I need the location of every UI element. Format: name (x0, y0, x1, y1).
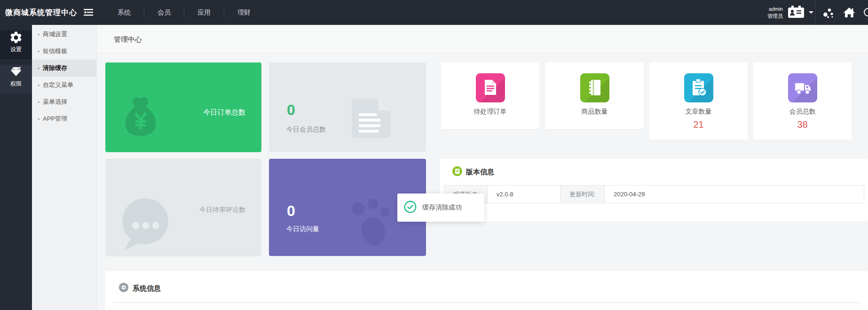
clipboard-check-icon (684, 73, 713, 102)
update-time-label: 更新时间: (560, 186, 605, 203)
stat-label: 今日订单总数 (203, 108, 245, 117)
money-bag-icon (118, 94, 163, 140)
app-root: 微商城系统管理中心 系统 会员 应用 理财 admin 管理员 (0, 0, 868, 310)
submenu-item-menu-select[interactable]: 菜单选择 (32, 93, 96, 110)
order-document-icon (476, 73, 505, 102)
paw-icon (347, 196, 396, 256)
sidebar-toggle-icon[interactable] (84, 8, 93, 16)
id-card-icon (788, 5, 805, 20)
submenu-item-shop-settings[interactable]: 商城设置 (32, 26, 96, 43)
user-name: admin (767, 6, 783, 13)
chevron-down-icon (809, 11, 813, 14)
update-time-value: 2020-04-29 (605, 186, 864, 203)
system-panel-title: 系统信息 (133, 284, 161, 293)
stat-card-today-members: 0 今日会员总数 (269, 62, 426, 152)
submenu-item-app-manage[interactable]: APP管理 (32, 110, 96, 127)
diamond-icon (9, 65, 23, 79)
stat-label: 今日待审评论数 (199, 206, 245, 214)
nav-item-finance[interactable]: 理财 (224, 0, 264, 25)
notebook-icon (580, 73, 609, 102)
gear-icon (9, 31, 23, 45)
share-network-icon[interactable] (822, 7, 834, 19)
document-icon (352, 99, 390, 140)
shortcut-card-member-total[interactable]: 会员总数 38 (753, 62, 852, 140)
edge-circle-icon[interactable] (864, 8, 868, 16)
version-panel-title: 版本信息 (466, 168, 494, 177)
user-menu[interactable]: admin 管理员 (767, 0, 813, 25)
nav-item-system[interactable]: 系统 (104, 0, 144, 25)
app-logo[interactable]: 微商城系统管理中心 (5, 0, 77, 25)
sidebar-rail: 设置 权限 (0, 25, 32, 310)
page-title: 管理中心 (114, 25, 142, 54)
topbar-divider (815, 0, 815, 25)
shortcut-card-pending-orders[interactable]: 待处理订单 (441, 62, 539, 129)
main-nav: 系统 会员 应用 理财 (104, 0, 264, 25)
shortcut-label: 文章数量 (649, 108, 748, 116)
shortcut-label: 商品数量 (545, 108, 644, 116)
check-circle-icon (404, 201, 417, 215)
page-header: 管理中心 (97, 25, 868, 54)
stat-value: 0 (287, 101, 295, 119)
stat-value: 0 (287, 202, 295, 220)
shortcut-label: 待处理订单 (441, 108, 539, 116)
stat-card-today-orders: 今日订单总数 (105, 62, 261, 152)
toast-message: 缓存清除成功 (422, 203, 462, 212)
shortcut-value: 38 (753, 119, 852, 130)
system-gear-icon (118, 282, 129, 294)
divider (113, 302, 860, 303)
version-doc-icon (452, 166, 462, 178)
stat-label: 今日访问量 (286, 225, 319, 233)
shortcut-label: 会员总数 (753, 108, 852, 116)
submenu-item-clear-cache[interactable]: 清除缓存 (32, 60, 96, 77)
chat-bubble-icon (118, 195, 171, 256)
version-panel: 版本信息 程序版本: v2.0.8 更新时间: 2020-04-29 (440, 159, 868, 221)
home-icon[interactable] (843, 7, 855, 19)
sidebar-item-label: 设置 (0, 46, 32, 59)
shortcut-card-article-count[interactable]: 文章数量 21 (649, 62, 748, 140)
stat-label: 今日会员总数 (286, 125, 326, 134)
shortcut-value: 21 (649, 119, 748, 130)
version-table: 程序版本: v2.0.8 更新时间: 2020-04-29 (444, 185, 864, 203)
version-field-value: v2.0.8 (488, 186, 560, 203)
nav-item-application[interactable]: 应用 (184, 0, 224, 25)
shortcut-card-product-count[interactable]: 商品数量 (545, 62, 644, 129)
truck-icon (788, 73, 817, 102)
submenu-item-sms-template[interactable]: 短信模板 (32, 43, 96, 60)
sidebar-item-label: 权限 (0, 80, 32, 93)
nav-item-member[interactable]: 会员 (144, 0, 184, 25)
sidebar-submenu: 商城设置 短信模板 清除缓存 自定义菜单 菜单选择 APP管理 (32, 25, 97, 310)
submenu-item-custom-menu[interactable]: 自定义菜单 (32, 77, 96, 93)
toast-cache-cleared: 缓存清除成功 (397, 194, 484, 222)
sidebar-item-settings[interactable]: 设置 (0, 31, 32, 59)
stat-card-today-comments: 今日待审评论数 (105, 159, 261, 256)
system-panel: 系统信息 (105, 271, 868, 310)
sidebar-item-permissions[interactable]: 权限 (0, 65, 32, 93)
topbar: 微商城系统管理中心 系统 会员 应用 理财 admin 管理员 (0, 0, 868, 25)
user-role: 管理员 (767, 13, 783, 20)
